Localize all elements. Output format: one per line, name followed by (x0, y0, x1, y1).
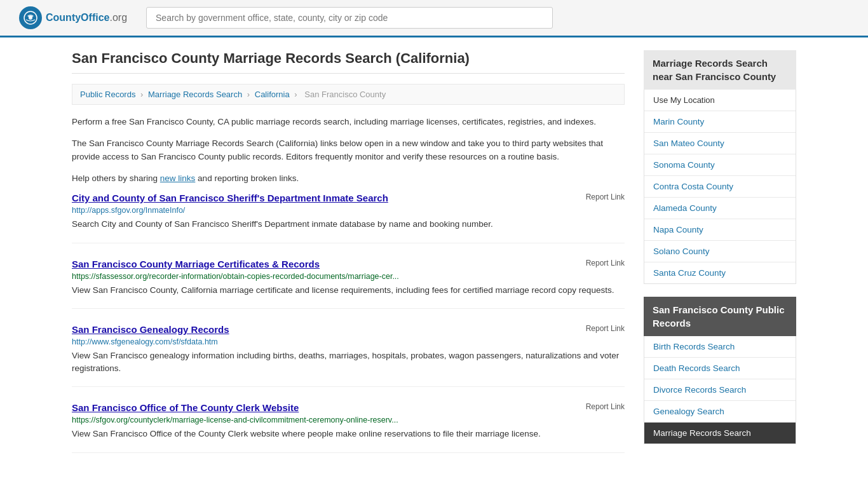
napa-county-link[interactable]: Napa County (644, 219, 796, 240)
sidebar: Marriage Records Search near San Francis… (644, 50, 796, 468)
page-title: San Francisco County Marriage Records Se… (72, 50, 625, 74)
result-item: San Francisco Genealogy Records Report L… (72, 324, 625, 388)
breadcrumb-california[interactable]: California (255, 90, 290, 99)
nearby-section: Marriage Records Search near San Francis… (644, 50, 796, 284)
description-2: The San Francisco County Marriage Record… (72, 137, 625, 164)
list-item: Divorce Records Search (644, 379, 796, 401)
list-item: Santa Cruz County (644, 262, 796, 283)
list-item: Genealogy Search (644, 401, 796, 423)
description-1: Perform a free San Francisco County, CA … (72, 115, 625, 129)
public-records-heading: San Francisco County Public Records (644, 297, 796, 336)
result-desc: View San Francisco County, California ma… (72, 284, 625, 297)
contra-costa-county-link[interactable]: Contra Costa County (644, 176, 796, 197)
result-desc: Search City and County of San Francisco … (72, 218, 625, 231)
list-item: San Mateo County (644, 133, 796, 154)
public-records-list: Birth Records Search Death Records Searc… (644, 336, 796, 444)
result-item: San Francisco Office of The County Clerk… (72, 402, 625, 452)
list-item: Marin County (644, 111, 796, 133)
result-item: City and County of San Francisco Sheriff… (72, 193, 625, 243)
new-links-link[interactable]: new links (160, 173, 196, 183)
main-content: San Francisco County Marriage Records Se… (72, 50, 625, 468)
public-records-section: San Francisco County Public Records Birt… (644, 297, 796, 444)
site-header: CountyOffice.org (0, 0, 868, 37)
genealogy-search-link[interactable]: Genealogy Search (644, 401, 796, 422)
result-title[interactable]: San Francisco Office of The County Clerk… (72, 402, 299, 413)
sonoma-county-link[interactable]: Sonoma County (644, 154, 796, 175)
birth-records-link[interactable]: Birth Records Search (644, 336, 796, 357)
result-url[interactable]: https://sfassessor.org/recorder-informat… (72, 272, 625, 281)
result-desc: View San Francisco genealogy information… (72, 349, 625, 376)
result-url[interactable]: https://sfgov.org/countyclerk/marriage-l… (72, 416, 625, 424)
result-title[interactable]: San Francisco Genealogy Records (72, 324, 229, 335)
alameda-county-link[interactable]: Alameda County (644, 198, 796, 219)
list-item: Contra Costa County (644, 176, 796, 198)
death-records-link[interactable]: Death Records Search (644, 358, 796, 379)
report-link[interactable]: Report Link (586, 259, 625, 268)
result-title[interactable]: City and County of San Francisco Sheriff… (72, 193, 388, 203)
list-item: Alameda County (644, 198, 796, 219)
logo-text: CountyOffice.org (46, 12, 127, 24)
list-item: Birth Records Search (644, 336, 796, 358)
santa-cruz-county-link[interactable]: Santa Cruz County (644, 262, 796, 283)
result-title[interactable]: San Francisco County Marriage Certificat… (72, 259, 320, 269)
use-location-item: Use My Location (644, 90, 796, 111)
report-link[interactable]: Report Link (586, 324, 625, 333)
breadcrumb-marriage-records[interactable]: Marriage Records Search (148, 90, 242, 99)
results-list: City and County of San Francisco Sheriff… (72, 193, 625, 452)
svg-point-1 (29, 16, 32, 20)
breadcrumb: Public Records › Marriage Records Search… (72, 84, 625, 105)
san-mateo-county-link[interactable]: San Mateo County (644, 133, 796, 154)
result-item: San Francisco County Marriage Certificat… (72, 259, 625, 309)
marriage-records-link[interactable]: Marriage Records Search (644, 423, 796, 444)
list-item: Death Records Search (644, 358, 796, 379)
search-input[interactable] (146, 7, 553, 29)
breadcrumb-public-records[interactable]: Public Records (80, 90, 135, 99)
report-link[interactable]: Report Link (586, 402, 625, 411)
list-item-active: Marriage Records Search (644, 423, 796, 444)
description-3: Help others by sharing new links and rep… (72, 172, 625, 186)
divorce-records-link[interactable]: Divorce Records Search (644, 379, 796, 400)
page-container: San Francisco County Marriage Records Se… (53, 37, 815, 481)
use-location-link[interactable]: Use My Location (644, 90, 796, 111)
result-desc: View San Francisco Office of the County … (72, 428, 625, 440)
logo-link[interactable]: CountyOffice.org (19, 6, 127, 29)
list-item: Solano County (644, 241, 796, 262)
solano-county-link[interactable]: Solano County (644, 241, 796, 262)
breadcrumb-current: San Francisco County (304, 90, 386, 99)
list-item: Napa County (644, 219, 796, 241)
report-link[interactable]: Report Link (586, 193, 625, 201)
logo-icon (19, 6, 42, 29)
marin-county-link[interactable]: Marin County (644, 111, 796, 132)
result-url[interactable]: http://www.sfgenealogy.com/sf/sfdata.htm (72, 337, 625, 346)
nearby-heading: Marriage Records Search near San Francis… (644, 50, 796, 90)
list-item: Sonoma County (644, 154, 796, 176)
result-url[interactable]: http://apps.sfgov.org/InmateInfo/ (72, 206, 625, 215)
nearby-list: Use My Location Marin County San Mateo C… (644, 90, 796, 284)
